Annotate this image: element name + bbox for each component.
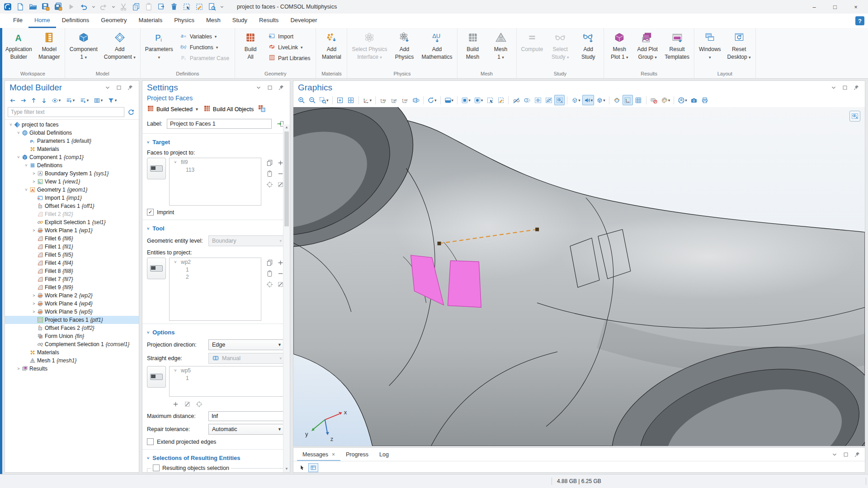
tree-node-work-plane-5[interactable]: ˃Work Plane 5{wp5} — [5, 308, 139, 316]
tab-progress[interactable]: Progress — [340, 449, 374, 461]
tree-node-project-to-faces-1[interactable]: Project to Faces 1{ptf1} — [5, 316, 139, 324]
tree-expander-icon[interactable]: ˅ — [23, 163, 29, 168]
tree-node-geometry-1[interactable]: ˅AGeometry 1{geom1} — [5, 186, 139, 194]
tree-node-definitions[interactable]: ˅Definitions — [5, 161, 139, 169]
paste-icon[interactable] — [143, 1, 155, 12]
copy-selection-icon[interactable] — [264, 258, 274, 267]
refresh-icon[interactable] — [126, 107, 136, 117]
resulting-objects-checkbox[interactable] — [153, 465, 160, 471]
forward-icon[interactable] — [18, 95, 28, 105]
tree-node-work-plane-2[interactable]: ˃Work Plane 2{wp2} — [5, 291, 139, 300]
add-physics-button[interactable]: AddPhysics — [390, 29, 418, 61]
section-target[interactable]: ˅ Target — [142, 136, 290, 148]
tree-expander-icon[interactable]: ˅ — [172, 368, 179, 373]
pin-panel-icon[interactable] — [853, 450, 861, 459]
menu-tab-results[interactable]: Results — [253, 14, 284, 28]
copy-selection-icon[interactable] — [264, 158, 274, 168]
cut-icon[interactable] — [118, 1, 129, 12]
run-icon[interactable] — [65, 1, 77, 12]
zoom-out-icon[interactable] — [307, 95, 317, 105]
tree-node-materials[interactable]: Materials — [5, 348, 139, 357]
add-component-button[interactable]: AddComponent ▾ — [101, 29, 139, 61]
filter-options-icon[interactable]: ▾ — [105, 95, 119, 105]
select-icon[interactable] — [181, 1, 193, 12]
copy-icon[interactable] — [130, 1, 142, 12]
solid-rendering-icon[interactable]: ▾ — [594, 95, 607, 105]
tree-node-boundary-system-1[interactable]: ˃Boundary System 1{sys1} — [5, 169, 139, 178]
section-tool[interactable]: ˅ Tool — [142, 222, 290, 234]
select-entities-icon[interactable]: ▾ — [472, 95, 485, 105]
label-input[interactable] — [167, 119, 272, 129]
tree-expander-icon[interactable]: ˃ — [31, 293, 37, 298]
go-to-xy-view-icon[interactable]: xy — [378, 95, 388, 105]
tree-node-fillet-5[interactable]: Fillet 5{fil5} — [5, 251, 139, 259]
add-study-button[interactable]: AddStudy — [574, 29, 602, 61]
pin-panel-icon[interactable] — [126, 84, 134, 92]
select-objects-icon[interactable]: ▾ — [460, 95, 472, 105]
parameter-case-button[interactable]: PiParameter Case — [177, 53, 232, 63]
selection-item[interactable]: 1 — [170, 266, 261, 273]
color-palette-icon[interactable]: ▾ — [660, 95, 672, 105]
active-selection-toggle[interactable] — [147, 366, 166, 388]
deselect-icon[interactable] — [193, 1, 205, 12]
build-preceding-button[interactable] — [258, 105, 265, 113]
settings-scrollbar[interactable]: ▲ ▼ — [283, 124, 290, 472]
menu-tab-developer[interactable]: Developer — [284, 14, 323, 28]
tab-log[interactable]: Log — [374, 449, 394, 461]
clipping-icon[interactable] — [612, 95, 622, 105]
menu-tab-physics[interactable]: Physics — [168, 14, 200, 28]
projection-direction-select[interactable]: Edge▼ — [208, 339, 285, 350]
scene-light-icon[interactable]: ▾ — [443, 95, 455, 105]
redo-icon[interactable] — [98, 1, 109, 12]
zoom-to-selection-icon[interactable] — [194, 399, 204, 409]
comsol-logo-icon[interactable] — [2, 1, 14, 12]
tree-node-explicit-selection-1[interactable]: Explicit Selection 1{sel1} — [5, 218, 139, 226]
tree-expander-icon[interactable]: ˅ — [8, 122, 14, 127]
sound-on-selection-icon[interactable]: ▾ — [582, 95, 594, 105]
section-options[interactable]: ˅ Options — [142, 326, 290, 338]
add-to-selection-icon[interactable] — [170, 399, 180, 409]
tree-node-complement-selection-1[interactable]: Complement Selection 1{comsel1} — [5, 340, 139, 348]
hide-selected-icon[interactable] — [511, 95, 521, 105]
entities-selection-list[interactable]: ˅wp212 — [169, 258, 261, 321]
windows-button[interactable]: Windows▾ — [696, 29, 724, 61]
preview-icon[interactable] — [206, 1, 218, 12]
delete-icon[interactable] — [168, 1, 180, 12]
select-table-icon[interactable] — [308, 463, 318, 472]
select-study-button[interactable]: SelectStudy ▾ — [546, 29, 574, 61]
mesh-1-button[interactable]: Mesh1 ▾ — [487, 29, 515, 61]
tree-expander-icon[interactable]: ˅ — [172, 160, 179, 164]
wireframe-rendering-icon[interactable]: ▾ — [570, 95, 582, 105]
go-to-view-icon[interactable]: ▾ — [361, 95, 373, 105]
show-grid-icon[interactable] — [633, 95, 644, 105]
close-button[interactable]: × — [845, 0, 866, 14]
help-icon[interactable]: ? — [855, 16, 864, 25]
redo-options-icon[interactable] — [110, 1, 117, 12]
menu-tab-study[interactable]: Study — [226, 14, 253, 28]
tree-filter-input[interactable] — [8, 107, 124, 117]
undo-icon[interactable] — [78, 1, 90, 12]
tree-node-component-1[interactable]: ˅Component 1{comp1} — [5, 153, 139, 161]
print-icon[interactable] — [700, 95, 710, 105]
edge-selection-list[interactable]: ˅wp51 — [169, 366, 285, 397]
build-mesh-button[interactable]: BuildMesh — [459, 29, 487, 61]
back-icon[interactable] — [8, 95, 18, 105]
pin-panel-icon[interactable] — [277, 84, 285, 92]
3d-model-view[interactable]: x y z — [293, 107, 865, 446]
zoom-extents-icon[interactable] — [335, 95, 345, 105]
maximize-button[interactable]: □ — [825, 0, 845, 14]
build-selected-button[interactable]: Build Selected ▼ — [147, 105, 199, 113]
panel-menu-icon[interactable] — [104, 84, 112, 92]
show-selection-colors-icon[interactable] — [554, 95, 565, 105]
move-up-icon[interactable] — [28, 95, 38, 105]
panel-menu-icon[interactable] — [830, 450, 839, 459]
view-unhidden-icon[interactable] — [533, 95, 543, 105]
tree-expander-icon[interactable]: ˃ — [31, 171, 37, 176]
build-all-button[interactable]: BuildAll — [236, 29, 264, 61]
menu-tab-definitions[interactable]: Definitions — [56, 14, 95, 28]
tree-expander-icon[interactable]: ˃ — [31, 310, 37, 314]
tree-node-work-plane-4[interactable]: ˃Work Plane 4{wp4} — [5, 300, 139, 308]
tree-expander-icon[interactable]: ˅ — [23, 188, 29, 192]
tree-node-work-plane-1[interactable]: ˃Work Plane 1{wp1} — [5, 226, 139, 235]
reset-desktop-button[interactable]: ResetDesktop ▾ — [724, 29, 754, 61]
